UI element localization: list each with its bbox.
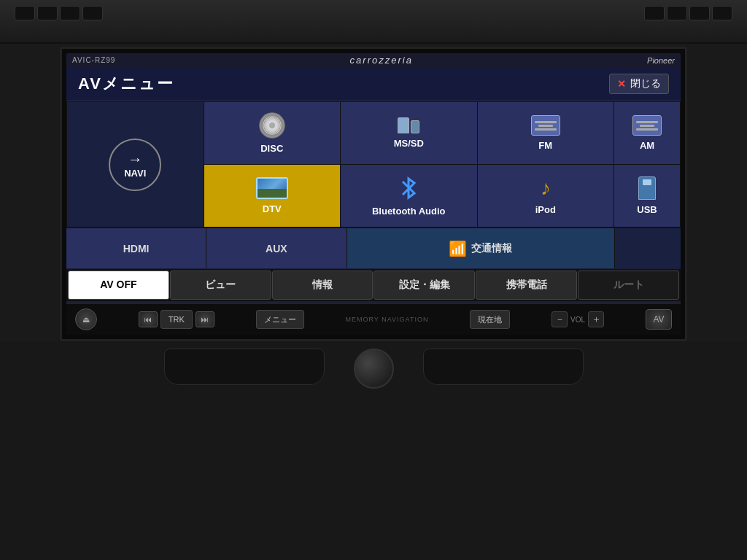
- nav-phone[interactable]: 携帯電話: [476, 271, 577, 300]
- disc-icon: [259, 112, 285, 139]
- bottom-nav-bar: AV OFF ビュー 情報 設定・編集 携帯電話 ルート: [66, 269, 681, 301]
- ms-sd-label: MS/SD: [394, 138, 424, 149]
- navi-arrow-icon: →: [128, 151, 142, 168]
- right-vent-group: [644, 6, 732, 20]
- usb-plug: [643, 179, 651, 185]
- prev-track-button[interactable]: ⏮: [139, 311, 158, 327]
- car-bottom-frame: [0, 341, 747, 560]
- screen-title-row: AVメニュー ✕ 閉じる: [66, 67, 681, 101]
- track-controls: ⏮ TRK ⏭: [139, 310, 214, 329]
- av-menu-row3: HDMI AUX 📶 交通情報: [66, 228, 681, 268]
- nav-av-off[interactable]: AV OFF: [68, 271, 169, 300]
- usb-icon: [638, 176, 656, 200]
- ipod-label: iPod: [535, 204, 556, 215]
- dtv-button[interactable]: DTV: [204, 165, 341, 227]
- av-menu-grid: DISC MS/SD FM: [66, 101, 681, 228]
- hdmi-button[interactable]: HDMI: [66, 228, 206, 268]
- model-label: AVIC-RZ99: [72, 56, 115, 64]
- hdmi-label: HDMI: [123, 243, 150, 254]
- vent: [644, 6, 665, 20]
- screen: AVIC-RZ99 carrozzeria Pioneer AVメニュー ✕ 閉…: [66, 53, 681, 335]
- aux-label: AUX: [266, 243, 287, 254]
- vent: [667, 6, 687, 20]
- sd-usb-icon: [411, 120, 419, 133]
- car-top-frame: [0, 0, 747, 44]
- radio-bar: [535, 128, 557, 131]
- head-unit: AVIC-RZ99 carrozzeria Pioneer AVメニュー ✕ 閉…: [60, 47, 687, 341]
- menu-button[interactable]: メニュー: [256, 310, 304, 329]
- nav-info[interactable]: 情報: [272, 271, 374, 300]
- top-vents: [0, 0, 747, 26]
- vent: [37, 6, 58, 20]
- bt-svg: [398, 176, 419, 201]
- memory-nav-label: MEMORY NAVIGATION: [346, 316, 429, 323]
- close-label: 閉じる: [630, 77, 661, 90]
- navi-cell: → NAVI: [67, 102, 204, 227]
- bluetooth-icon: [397, 175, 420, 201]
- trk-label: TRK: [160, 310, 193, 329]
- bluetooth-label: Bluetooth Audio: [372, 206, 446, 217]
- am-button[interactable]: AM: [614, 102, 680, 164]
- kotsu-button[interactable]: 📶 交通情報: [347, 228, 615, 268]
- usb-button[interactable]: USB: [614, 165, 680, 227]
- dash-panel-left: [164, 349, 325, 385]
- pioneer-label: Pioneer: [647, 56, 675, 65]
- close-x-icon: ✕: [617, 78, 626, 90]
- volume-control: － VOL ＋: [551, 311, 604, 327]
- sd-card-icon: [398, 117, 409, 133]
- nav-route[interactable]: ルート: [578, 271, 679, 300]
- fm-radio-icon: [531, 115, 560, 136]
- vent: [82, 6, 103, 20]
- next-track-button[interactable]: ⏭: [196, 311, 214, 327]
- vol-plus-button[interactable]: ＋: [588, 311, 604, 327]
- vent: [15, 6, 35, 20]
- vent: [689, 6, 710, 20]
- aux-button[interactable]: AUX: [206, 228, 346, 268]
- av-menu-title: AVメニュー: [78, 73, 174, 95]
- nav-view[interactable]: ビュー: [170, 271, 271, 300]
- ipod-button[interactable]: ♪ iPod: [478, 165, 614, 227]
- radio-bar: [636, 128, 658, 131]
- vol-label: VOL: [570, 316, 585, 324]
- navi-label: NAVI: [124, 168, 146, 179]
- screen-header-bar: AVIC-RZ99 carrozzeria Pioneer: [66, 53, 681, 67]
- am-radio-icon: [632, 115, 662, 136]
- disc-label: DISC: [260, 143, 283, 154]
- eject-button[interactable]: ⏏: [75, 308, 97, 330]
- fm-label: FM: [538, 140, 552, 151]
- sd-icon: [398, 117, 419, 133]
- dtv-label: DTV: [263, 203, 282, 214]
- physical-buttons-row: ⏏ ⏮ TRK ⏭ メニュー MEMORY NAVIGATION 現在地 － V…: [66, 303, 681, 335]
- wave-icon: 📶: [449, 240, 465, 257]
- kotsu-label: 交通情報: [471, 242, 512, 255]
- vol-minus-button[interactable]: －: [551, 311, 568, 327]
- ipod-icon: ♪: [541, 176, 551, 200]
- left-vent-group: [15, 6, 103, 20]
- usb-label: USB: [637, 204, 657, 215]
- current-location-button[interactable]: 現在地: [470, 310, 510, 329]
- disc-button[interactable]: DISC: [204, 102, 341, 164]
- radio-bar-short: [538, 125, 553, 127]
- vent: [712, 6, 732, 20]
- am-label: AM: [640, 140, 654, 151]
- radio-bar: [636, 121, 658, 123]
- nav-settings[interactable]: 設定・編集: [374, 271, 475, 300]
- radio-bar-short: [640, 125, 654, 127]
- dtv-icon: [256, 177, 288, 199]
- fm-button[interactable]: FM: [478, 102, 614, 164]
- tv-mountain: [258, 189, 287, 198]
- knob[interactable]: [354, 349, 394, 389]
- vent: [60, 6, 80, 20]
- ms-sd-button[interactable]: MS/SD: [341, 102, 477, 164]
- av-button[interactable]: AV: [646, 309, 672, 330]
- brand-label: carrozzeria: [350, 55, 413, 66]
- navi-bottom-spacer: [615, 228, 681, 268]
- bluetooth-button[interactable]: Bluetooth Audio: [341, 165, 477, 227]
- navi-button[interactable]: → NAVI: [109, 139, 161, 191]
- close-button[interactable]: ✕ 閉じる: [609, 74, 669, 94]
- dash-panel-right: [423, 349, 584, 385]
- radio-bar: [535, 121, 557, 123]
